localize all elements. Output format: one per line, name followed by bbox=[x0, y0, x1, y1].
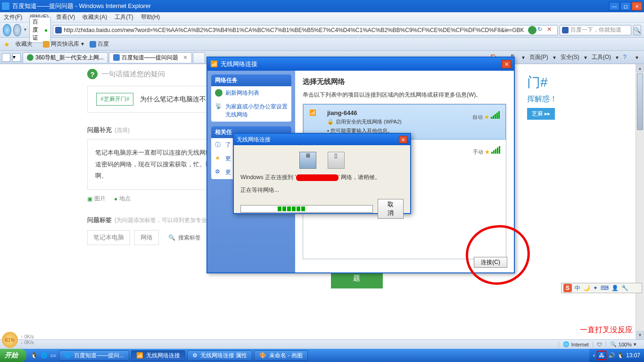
vertical-scrollbar[interactable]: ▲ ▼ bbox=[636, 64, 644, 339]
connect-button[interactable]: 连接(C) bbox=[474, 257, 507, 268]
ime-settings-icon[interactable]: 🔧 bbox=[621, 285, 628, 291]
favorites-star-icon[interactable]: ★ bbox=[4, 41, 10, 48]
choose-network-desc: 单击以下列表中的项目以连接到区域内的无线网络或获得更多信息(W)。 bbox=[303, 91, 506, 99]
search-button[interactable]: 🔍 bbox=[633, 25, 641, 35]
quicklaunch-desktop-icon[interactable]: ▭ bbox=[50, 352, 56, 359]
baidu-icon bbox=[55, 27, 62, 33]
scroll-up-arrow[interactable]: ▲ bbox=[636, 64, 644, 73]
dialog-icons: 🖥 ▯ bbox=[240, 152, 404, 169]
status-zoom[interactable]: 🔍 100% ▾ bbox=[606, 341, 640, 347]
tab-baidu-zhidao[interactable]: 百度知道——提问问题 ✕ bbox=[109, 52, 192, 63]
signal-strength-icon bbox=[491, 146, 500, 154]
scroll-down-arrow[interactable]: ▼ bbox=[636, 331, 644, 339]
tab-360nav[interactable]: 360导航_新一代安全上网... bbox=[23, 52, 108, 63]
taskbtn-wireless-props[interactable]: ⚙无线网络连接 属性 bbox=[187, 350, 252, 361]
cmd-page[interactable]: 页面(P) bbox=[529, 53, 548, 61]
quick-tabs-button[interactable] bbox=[2, 53, 10, 62]
network-tasks-header: 网络任务 bbox=[211, 74, 291, 86]
menu-tools[interactable]: 工具(T) bbox=[115, 13, 133, 21]
choose-network-heading: 选择无线网络 bbox=[303, 77, 506, 86]
promo-button[interactable]: 芝麻 ▸▸ bbox=[527, 108, 555, 120]
ime-mode[interactable]: 中 bbox=[575, 284, 580, 292]
favorite-star-icon: ★ bbox=[484, 114, 489, 120]
stop-icon[interactable]: ✕ bbox=[547, 26, 555, 34]
promo-sidebar: 门# 挥解惑！ 芝麻 ▸▸ bbox=[527, 74, 621, 120]
menu-favorites[interactable]: 收藏夹(A) bbox=[83, 13, 107, 21]
back-button[interactable] bbox=[3, 24, 11, 36]
attach-location-button[interactable]: ●地点 bbox=[114, 195, 131, 203]
wireless-titlebar[interactable]: 📶 无线网络连接 ✕ bbox=[207, 58, 514, 71]
favorite-star-icon: ★ bbox=[485, 149, 490, 155]
status-bar: 🌐Internet 🛡 🔍 100% ▾ bbox=[0, 339, 644, 349]
menu-view[interactable]: 查看(V) bbox=[56, 13, 75, 21]
quicklaunch-qq-icon[interactable]: 🐧 bbox=[31, 352, 38, 359]
hashtag-badge: #芝麻开门# bbox=[96, 93, 133, 106]
attach-image-button[interactable]: ▣图片 bbox=[87, 195, 106, 203]
ime-person-icon[interactable]: 👤 bbox=[611, 285, 619, 291]
maximize-button[interactable]: ◻ bbox=[620, 2, 631, 10]
favorites-label[interactable]: 收藏夹 bbox=[16, 40, 33, 48]
tray-volume-icon[interactable]: 🔊 bbox=[608, 352, 615, 359]
menu-bar: 文件(F) 编辑(E) 查看(V) 收藏夹(A) 工具(T) 帮助(H) bbox=[0, 12, 644, 23]
cmd-tools[interactable]: 工具(O) bbox=[592, 53, 611, 61]
fav-item-baidu[interactable]: 百度 bbox=[90, 40, 109, 48]
nav-toolbar: ▼ 百度 证● http://zhidao.baidu.com/new?word… bbox=[0, 23, 644, 38]
tab-close-icon[interactable]: ✕ bbox=[183, 54, 188, 61]
tray-clock[interactable]: 13:07 bbox=[626, 352, 640, 359]
paint-task-icon: 🎨 bbox=[259, 352, 266, 359]
window-title: 百度知道——提问问题 - Windows Internet Explorer bbox=[12, 2, 151, 10]
search-tags-button[interactable]: 🔍 搜索标签 bbox=[168, 234, 201, 242]
tab-list-button[interactable]: ▾ bbox=[12, 53, 21, 62]
quicklaunch-ie-icon[interactable]: 🌐 bbox=[41, 352, 48, 359]
tray-network-icon[interactable]: 🖧 bbox=[599, 352, 604, 359]
setup-home-network[interactable]: 📡为家庭或小型办公室设置无线网络 bbox=[211, 100, 291, 122]
scroll-thumb[interactable] bbox=[637, 74, 643, 130]
tag-network[interactable]: 网络 bbox=[134, 230, 159, 245]
baidu-search-icon bbox=[562, 27, 569, 33]
close-button[interactable]: ✕ bbox=[632, 2, 642, 10]
connecting-dialog: 无线网络连接 ✕ 🖥 ▯ Windows 正在连接到 '' 网络，请稍候。 正在… bbox=[233, 133, 411, 214]
dialog-status-line1: Windows 正在连接到 '' 网络，请稍候。 bbox=[240, 173, 404, 181]
system-tray[interactable]: ‹ 🖧 🔊 🐧 13:07 bbox=[589, 349, 644, 362]
ime-toolbar[interactable]: S 中 🌙 ✦ ⌨ 👤 🔧 bbox=[561, 283, 642, 293]
tray-qq-icon[interactable]: 🐧 bbox=[617, 352, 624, 359]
dialog-close-button[interactable]: ✕ bbox=[399, 136, 407, 143]
tab-baidu-icon bbox=[113, 54, 120, 61]
help-icon[interactable]: ? bbox=[623, 54, 631, 61]
taskbtn-paint[interactable]: 🎨未命名 - 画图 bbox=[254, 350, 308, 361]
dialog-titlebar[interactable]: 无线网络连接 ✕ bbox=[234, 134, 410, 145]
refresh-icon[interactable]: ↻ bbox=[537, 26, 546, 34]
minimize-button[interactable]: — bbox=[609, 2, 619, 10]
wireless-icon: 📶 bbox=[210, 60, 218, 68]
fav-item-feeds[interactable]: 网页快讯库 ▾ bbox=[43, 40, 84, 48]
menu-help[interactable]: 帮助(H) bbox=[141, 13, 160, 21]
speed-meter-widget[interactable]: 61% ↑ 0K/s ↓ 0K/s bbox=[2, 333, 68, 347]
sogou-icon[interactable]: S bbox=[563, 284, 572, 292]
history-dropdown[interactable]: ▼ bbox=[23, 27, 27, 33]
ime-punct-icon[interactable]: ✦ bbox=[593, 285, 598, 291]
taskbtn-ie[interactable]: 🌐百度知道——提问... bbox=[59, 350, 129, 361]
forward-button[interactable] bbox=[13, 24, 22, 36]
lock-icon: 🔒 bbox=[327, 119, 334, 125]
address-bar[interactable]: http://zhidao.baidu.com/new?word=%CE%AA%… bbox=[53, 25, 557, 35]
compat-icon[interactable] bbox=[528, 26, 537, 34]
refresh-network-list[interactable]: 刷新网络列表 bbox=[211, 86, 291, 100]
start-button[interactable]: 开始 bbox=[0, 349, 26, 362]
new-tab-button[interactable] bbox=[193, 52, 205, 63]
wireless-close-button[interactable]: ✕ bbox=[502, 60, 511, 68]
addr-engine-label[interactable]: 百度 证● bbox=[29, 17, 51, 43]
tag-laptop[interactable]: 笔记本电脑 bbox=[87, 230, 130, 245]
taskbtn-wireless[interactable]: 📶无线网络连接 bbox=[131, 350, 185, 361]
cmd-safety[interactable]: 安全(S) bbox=[561, 53, 579, 61]
globe-icon: 🌐 bbox=[563, 341, 570, 347]
question-mark-icon: ? bbox=[87, 69, 98, 79]
tab-360-icon bbox=[27, 54, 33, 61]
tray-expand-icon[interactable]: ‹ bbox=[593, 352, 595, 359]
ime-keyboard-icon[interactable]: ⌨ bbox=[601, 285, 609, 291]
refresh-icon bbox=[215, 89, 223, 97]
ime-moon-icon[interactable]: 🌙 bbox=[583, 285, 590, 291]
search-box[interactable]: 百度一下，你就知道 bbox=[560, 25, 631, 35]
menu-file[interactable]: 文件(F) bbox=[4, 13, 22, 21]
baidu-fav-icon bbox=[90, 41, 96, 48]
cancel-button[interactable]: 取消 bbox=[378, 199, 404, 219]
